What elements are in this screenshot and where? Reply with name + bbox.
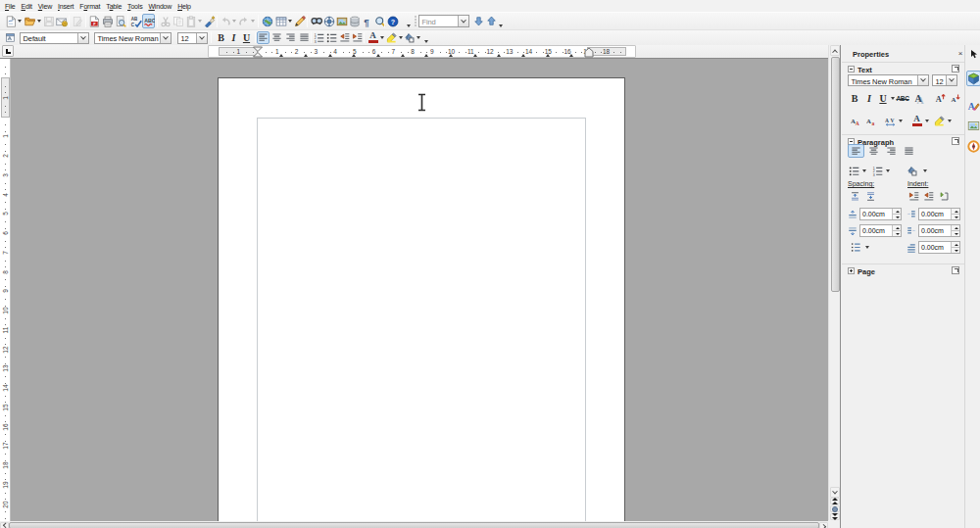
sidebar-lowercase-button[interactable]: Aa	[864, 114, 878, 127]
sidebar-shrink-font-button[interactable]: A	[948, 91, 961, 105]
spin-down-icon[interactable]	[893, 231, 901, 236]
sidebar-font-color-button[interactable]: A	[910, 114, 923, 127]
styles-formatting-button[interactable]	[4, 31, 17, 44]
line-spacing-button[interactable]	[848, 241, 863, 254]
save-button[interactable]	[42, 14, 55, 28]
document-page[interactable]	[218, 77, 625, 522]
font-size-combo-dropdown-button[interactable]	[196, 33, 207, 43]
new-document-button[interactable]	[4, 14, 17, 28]
sidebar-align-right-button[interactable]	[883, 144, 900, 158]
menu-window[interactable]: Window	[145, 1, 174, 12]
dialog-launcher-icon[interactable]	[952, 266, 959, 274]
sidebar-font-name-dropdown[interactable]	[917, 75, 928, 85]
sidebar-numbered-list-button[interactable]: 123	[871, 164, 884, 177]
menu-view[interactable]: View	[35, 1, 55, 12]
menu-file[interactable]: File	[2, 1, 18, 12]
paste-button[interactable]	[184, 14, 197, 28]
sidebar-font-size-combo[interactable]: 12	[932, 74, 957, 86]
find-replace-button[interactable]	[310, 14, 322, 28]
first-line-indent-field[interactable]: 0.00cm	[918, 241, 960, 254]
font-name-combo[interactable]: Times New Roman	[94, 32, 172, 44]
sidebar-bullet-list-button-dropdown[interactable]	[860, 164, 867, 177]
tab-stop-type-selector[interactable]	[2, 45, 14, 57]
align-justify-button[interactable]	[298, 31, 311, 44]
hyperlink-button[interactable]	[261, 14, 273, 28]
increase-indent-button[interactable]	[351, 31, 364, 44]
after-text-indent-field[interactable]: 0.00cm	[918, 224, 960, 237]
sidebar-close-button[interactable]: ×	[956, 50, 964, 58]
copy-button[interactable]	[172, 14, 184, 28]
align-right-button[interactable]	[284, 31, 297, 44]
section-expander[interactable]	[848, 267, 855, 274]
edit-file-button[interactable]	[71, 14, 83, 28]
bullet-list-button[interactable]	[325, 31, 338, 44]
find-dropdown-button[interactable]	[458, 16, 468, 26]
undo-button[interactable]	[219, 14, 231, 28]
highlighting-button[interactable]	[385, 31, 398, 44]
menu-insert[interactable]: Insert	[55, 1, 76, 12]
before-text-indent-field[interactable]: 0.00cm	[918, 208, 960, 220]
toolbar-overflow-button[interactable]	[406, 14, 414, 28]
horizontal-ruler[interactable]: 1234567891011121314151617118	[208, 45, 636, 58]
vertical-scrollbar[interactable]	[828, 45, 840, 520]
navigation-button[interactable]	[830, 505, 840, 512]
export-pdf-button[interactable]: P	[87, 14, 100, 28]
sidebar-char-spacing-button-dropdown[interactable]	[897, 114, 904, 127]
decrease-indent-button[interactable]	[338, 31, 351, 44]
align-left-button[interactable]	[257, 31, 270, 44]
menu-tools[interactable]: Tools	[124, 1, 145, 12]
redo-button-dropdown[interactable]	[250, 14, 256, 28]
spin-down-icon[interactable]	[893, 215, 901, 219]
find-next-button[interactable]	[472, 14, 485, 28]
italic-button[interactable]: I	[227, 31, 240, 44]
sidebar-highlight-button-dropdown[interactable]	[946, 114, 953, 127]
sidebar-paragraph-background-button-dropdown[interactable]	[921, 164, 928, 177]
spin-down-icon[interactable]	[952, 231, 959, 236]
sidebar-grow-font-button[interactable]: A	[933, 91, 947, 105]
font-color-button[interactable]: A	[367, 31, 379, 44]
sidebar-font-size-dropdown[interactable]	[946, 75, 956, 85]
sidebar-highlight-button[interactable]	[933, 114, 946, 127]
toolbar-overflow-button[interactable]	[498, 14, 506, 28]
next-page-button[interactable]	[830, 513, 840, 520]
data-sources-button[interactable]	[348, 14, 361, 28]
sidebar-char-spacing-button[interactable]: AV	[884, 114, 897, 127]
sidebar-increase-indent-button[interactable]	[907, 190, 920, 203]
scroll-right-button[interactable]	[819, 522, 828, 528]
background-color-button[interactable]	[403, 31, 416, 44]
align-center-button[interactable]	[270, 31, 283, 44]
numbered-list-button[interactable]: 123	[313, 31, 325, 44]
spinner-buttons[interactable]	[892, 225, 901, 236]
open-button[interactable]	[24, 14, 36, 28]
below-paragraph-spacing-field[interactable]: 0.00cm	[859, 224, 902, 237]
page-preview-button[interactable]	[114, 14, 126, 28]
scroll-down-button[interactable]	[830, 487, 840, 498]
sidebar-tab-properties[interactable]	[966, 71, 980, 86]
section-expander[interactable]	[848, 66, 855, 72]
print-button[interactable]	[101, 14, 114, 28]
sidebar-menu-icon[interactable]	[970, 50, 978, 59]
sidebar-tab-styles[interactable]: A	[966, 97, 980, 113]
email-button[interactable]: @	[55, 14, 68, 28]
sidebar-bold-button[interactable]: B	[848, 91, 861, 105]
menu-help[interactable]: Help	[174, 1, 194, 12]
horizontal-scrollbar-thumb[interactable]	[9, 522, 819, 528]
sidebar-hanging-indent-button[interactable]	[937, 190, 951, 203]
font-size-combo[interactable]: 12	[177, 32, 208, 44]
background-color-button-dropdown[interactable]	[416, 31, 421, 44]
gallery-button[interactable]	[335, 14, 348, 28]
sidebar-align-justify-button[interactable]	[901, 144, 917, 158]
formatting-marks-button[interactable]: ¶	[361, 14, 373, 28]
vertical-ruler[interactable]: 12345678910111213141516171819201	[0, 59, 11, 522]
menu-format[interactable]: Format	[76, 1, 103, 12]
sidebar-align-center-button[interactable]	[865, 144, 882, 158]
vertical-scrollbar-thumb[interactable]	[831, 57, 840, 292]
clone-formatting-button[interactable]	[203, 14, 216, 28]
spelling-button[interactable]: ABC	[129, 14, 142, 28]
draw-functions-button[interactable]	[293, 14, 306, 28]
horizontal-scrollbar[interactable]	[0, 521, 828, 528]
left-indent-marker[interactable]	[252, 46, 264, 58]
sidebar-shadow-button[interactable]: A	[911, 91, 925, 105]
sidebar-numbered-list-button-dropdown[interactable]	[884, 164, 891, 177]
sidebar-tab-navigator[interactable]	[966, 138, 980, 154]
